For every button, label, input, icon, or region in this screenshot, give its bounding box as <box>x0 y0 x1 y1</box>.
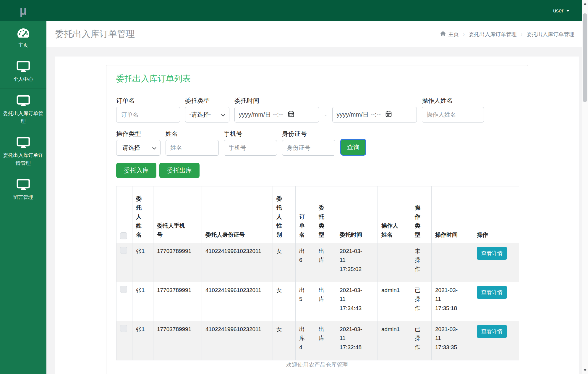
cell-operator-name: admin1 <box>378 321 411 360</box>
row-checkbox[interactable] <box>120 247 127 254</box>
select-all-checkbox[interactable] <box>120 232 127 239</box>
cell-consignor-id: 410224199610232011 <box>202 321 273 360</box>
entrust-type-selected-value: -请选择- <box>189 111 211 119</box>
cell-entrust-type: 出 库 <box>315 243 336 282</box>
breadcrumb-home[interactable]: 主页 <box>440 31 459 38</box>
content-panel: 委托出入库订单列表 订单名 委托类型 -请选择- <box>55 57 579 374</box>
sidebar-item-label: 留言管理 <box>13 194 33 201</box>
cell-actions: 查看详情 <box>473 321 519 360</box>
cell-order-name: 出 5 <box>296 282 315 321</box>
operator-name-label: 操作人姓名 <box>422 96 484 105</box>
user-menu-label: user <box>553 8 563 14</box>
sidebar-item-home[interactable]: 主页 <box>0 21 46 54</box>
field-order-name: 订单名 <box>116 96 180 122</box>
table-row: 张1 17703789991 410224199610232011 女 出 5 … <box>116 282 519 321</box>
field-entrust-time: 委托时间 yyyy/mm/日 --:-- <box>234 96 319 122</box>
app-root: μ user <box>0 0 588 374</box>
page-header: 委托出入库订单管理 主页 › 委托出入库订单管理 › 委托出入库订单管理 <box>46 21 588 47</box>
cell-operation-time: 2021-03- 11 17:33:35 <box>432 321 473 360</box>
sidebar-item-profile[interactable]: 个人中心 <box>0 54 46 88</box>
scroll-down-button[interactable] <box>582 367 588 373</box>
entrust-time-start-input[interactable]: yyyy/mm/日 --:-- <box>234 107 319 122</box>
view-details-button[interactable]: 查看详情 <box>477 247 507 260</box>
cell-operator-name: admin1 <box>378 282 411 321</box>
topbar: μ user <box>0 0 588 21</box>
brand-logo[interactable]: μ <box>0 0 46 21</box>
table-header-row: 委 托 人 姓 名 委托人手机 号 委托人身份证号 委 托 人 性 别 订 单 … <box>116 186 519 243</box>
header-operator-name: 操作人 姓名 <box>378 186 411 243</box>
cell-entrust-type: 出 库 <box>315 282 336 321</box>
cell-consignor-id: 410224199610232011 <box>202 282 273 321</box>
sidebar-item-entrust-orders[interactable]: 委托出入库订单管理 <box>0 88 46 130</box>
search-button[interactable]: 查询 <box>340 139 366 156</box>
entrust-time-end-input[interactable]: yyyy/mm/日 --:-- <box>332 107 417 122</box>
breadcrumb-current-label: 委托出入库订单管理 <box>527 31 574 38</box>
entrust-time-start-value: yyyy/mm/日 --:-- <box>239 111 283 119</box>
order-name-input[interactable] <box>116 107 180 122</box>
cell-operation-type: 已 操 作 <box>411 321 432 360</box>
breadcrumb-parent[interactable]: 委托出入库订单管理 <box>469 31 517 38</box>
header-consignor-id: 委托人身份证号 <box>202 186 273 243</box>
cell-operator-name <box>378 243 411 282</box>
monitor-icon <box>17 137 30 149</box>
entrust-time-label: 委托时间 <box>234 96 319 105</box>
chevron-down-icon <box>152 144 156 151</box>
cell-operation-type: 未 操 作 <box>411 243 432 282</box>
brand-logo-text: μ <box>20 4 27 17</box>
phone-input[interactable] <box>224 140 277 156</box>
sidebar-item-label: 主页 <box>18 41 28 49</box>
orders-table: 委 托 人 姓 名 委托人手机 号 委托人身份证号 委 托 人 性 别 订 单 … <box>116 186 519 360</box>
monitor-icon <box>17 95 30 107</box>
cell-select <box>116 282 132 321</box>
vertical-scrollbar <box>582 0 588 374</box>
filter-row-2: 操作类型 -请选择- 姓名 <box>116 130 518 156</box>
cell-consignor-name: 张1 <box>132 243 153 282</box>
cell-select <box>116 243 132 282</box>
header-order-name: 订 单 名 <box>296 186 315 243</box>
main-area: 委托出入库订单管理 主页 › 委托出入库订单管理 › 委托出入库订单管理 <box>46 21 588 374</box>
header-operation-time: 操作时间 <box>432 186 473 243</box>
breadcrumb-home-label: 主页 <box>448 31 459 38</box>
row-checkbox[interactable] <box>120 325 127 332</box>
actions-row: 委托入库 委托出库 <box>116 163 518 178</box>
header-entrust-time: 委托时间 <box>336 186 378 243</box>
view-details-button[interactable]: 查看详情 <box>477 286 507 299</box>
scrollbar-thumb[interactable] <box>583 13 587 102</box>
operation-type-select[interactable]: -请选择- <box>116 140 161 156</box>
name-input[interactable] <box>166 140 219 156</box>
date-range-separator: - <box>324 112 327 122</box>
cell-consignor-gender: 女 <box>273 321 296 360</box>
breadcrumb-separator: › <box>463 32 464 37</box>
scroll-up-button[interactable] <box>582 1 588 7</box>
sidebar: 主页 个人中心 委托出入库订单管理 <box>0 21 46 374</box>
field-id-number: 身份证号 <box>282 130 335 156</box>
field-name: 姓名 <box>166 130 219 156</box>
sidebar-item-entrust-order-details[interactable]: 委托出入库订单详情管理 <box>0 130 46 172</box>
cell-entrust-time: 2021-03- 11 17:35:02 <box>336 243 378 282</box>
dashboard-icon <box>17 28 30 38</box>
name-label: 姓名 <box>166 130 219 138</box>
sidebar-item-label: 委托出入库订单管理 <box>2 110 44 125</box>
header-operation-type: 操 作 类 型 <box>411 186 432 243</box>
sidebar-item-messages[interactable]: 留言管理 <box>0 172 46 206</box>
scroll-up-icon <box>584 3 587 5</box>
cell-consignor-id: 410224199610232011 <box>202 243 273 282</box>
view-details-button[interactable]: 查看详情 <box>477 325 507 338</box>
entrust-time-end-value: yyyy/mm/日 --:-- <box>337 111 381 119</box>
user-menu[interactable]: user <box>553 8 570 14</box>
id-number-input[interactable] <box>282 140 335 156</box>
entrust-inbound-button[interactable]: 委托入库 <box>116 163 156 178</box>
order-list-card: 委托出入库订单列表 订单名 委托类型 -请选择- <box>106 65 528 374</box>
operator-name-input[interactable] <box>422 107 484 122</box>
table-row: 张1 17703789991 410224199610232011 女 出 6 … <box>116 243 519 282</box>
cell-consignor-gender: 女 <box>273 243 296 282</box>
breadcrumb: 主页 › 委托出入库订单管理 › 委托出入库订单管理 <box>440 31 574 38</box>
cell-consignor-phone: 17703789991 <box>153 243 202 282</box>
entrust-outbound-button[interactable]: 委托出库 <box>159 163 200 178</box>
entrust-type-select[interactable]: -请选择- <box>185 107 229 122</box>
operation-type-selected-value: -请选择- <box>120 144 142 152</box>
filter-row-1: 订单名 委托类型 -请选择- <box>116 96 518 122</box>
row-checkbox[interactable] <box>120 286 127 293</box>
field-operator-name: 操作人姓名 <box>422 96 484 122</box>
cell-operation-time <box>432 243 473 282</box>
